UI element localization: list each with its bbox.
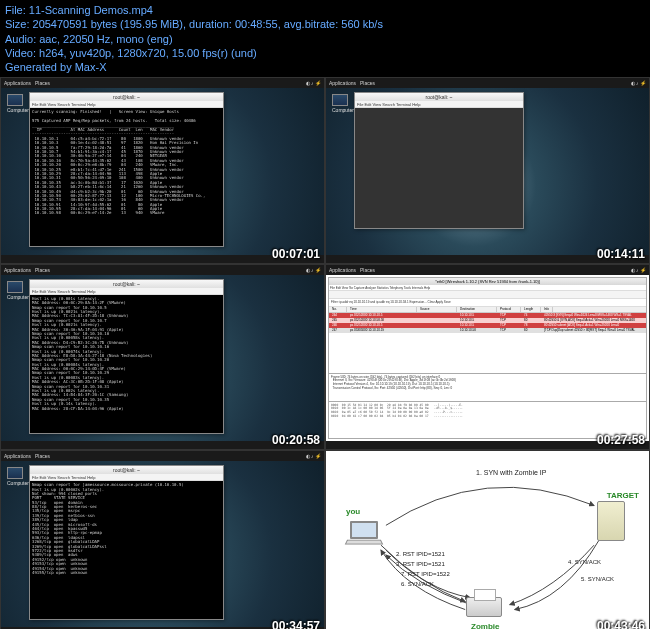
audio-line: Audio: aac, 22050 Hz, mono (eng)	[5, 32, 645, 46]
terminal-window[interactable]: root@kali: ~ File Edit View Search Termi…	[29, 279, 224, 434]
packet-details[interactable]: Frame 500: 74 bytes on wire (592 bits), …	[329, 373, 646, 401]
wireshark-title: *eth0 [Wireshark 1.10.2 (SVN Rev 51934 f…	[329, 278, 646, 285]
you-label: you	[346, 507, 360, 516]
zombie-label: Zombie	[471, 622, 499, 629]
timestamp: 00:27:58	[597, 433, 645, 447]
thumb-4: Applications Places ◐ ♪ ⚡ *eth0 [Wiresha…	[325, 264, 650, 450]
thumbnail-grid: Applications Places ◐ ♪ ⚡ Computer root@…	[0, 77, 650, 629]
tray-icon[interactable]: ◐ ♪ ⚡	[306, 267, 321, 273]
terminal-output: Host is up (0.001s latency). MAC Address…	[30, 295, 223, 433]
video-line: Video: h264, yuv420p, 1280x720, 15.00 fp…	[5, 46, 645, 60]
thumb-5: Applications Places ◐ ♪ ⚡ Computer root@…	[0, 450, 325, 629]
terminal-menu[interactable]: File Edit View Search Terminal Help	[30, 474, 223, 481]
wireshark-filter[interactable]: Filter: ip.addr eq 10.10.10.19 and ip.ad…	[329, 299, 646, 307]
terminal-menu[interactable]: File Edit View Search Terminal Help	[30, 101, 223, 108]
tray-icon[interactable]: ◐ ♪ ⚡	[631, 267, 646, 273]
desktop-computer-icon[interactable]: Computer	[7, 94, 25, 116]
you-node-icon	[346, 521, 382, 547]
timestamp: 00:43:46	[597, 619, 645, 629]
terminal-output: Currently scanning: Finished! | Screen V…	[30, 108, 223, 246]
apps-menu[interactable]: Applications	[329, 267, 356, 273]
step-5: 5. SYN/ACK	[581, 576, 614, 582]
terminal-title: root@kali: ~	[30, 93, 223, 101]
tray-icon[interactable]: ◐ ♪ ⚡	[306, 453, 321, 459]
step-1: 1. SYN with Zombie IP	[476, 469, 546, 476]
step-2: 2. RST IPID=1521	[396, 551, 445, 557]
gnome-topbar: Applications Places ◐ ♪ ⚡	[1, 451, 324, 461]
tray-icon[interactable]: ◐ ♪ ⚡	[631, 80, 646, 86]
terminal-output	[355, 108, 523, 228]
timestamp: 00:34:57	[272, 619, 320, 629]
media-info-header: File: 11-Scanning Demos.mp4 Size: 205470…	[0, 0, 650, 77]
target-node-icon	[597, 501, 625, 541]
terminal-menu[interactable]: File Edit View Search Terminal Help	[355, 101, 523, 108]
thumb-1: Applications Places ◐ ♪ ⚡ Computer root@…	[0, 77, 325, 263]
apps-menu[interactable]: Applications	[329, 80, 356, 86]
terminal-menu[interactable]: File Edit View Search Terminal Help	[30, 288, 223, 295]
places-menu[interactable]: Places	[360, 80, 375, 86]
terminal-window[interactable]: root@kali: ~ File Edit View Search Termi…	[29, 92, 224, 247]
terminal-window[interactable]: root@kali: ~ File Edit View Search Termi…	[354, 92, 524, 229]
terminal-window[interactable]: root@kali: ~ File Edit View Search Termi…	[29, 465, 224, 620]
idle-scan-diagram: you TARGET Zombie 1. SYN with Zombie IP …	[326, 451, 649, 629]
step-6: 6. SYN/ACK	[401, 581, 434, 587]
gnome-topbar: Applications Places ◐ ♪ ⚡	[326, 265, 649, 275]
thumb-6: you TARGET Zombie 1. SYN with Zombie IP …	[325, 450, 650, 629]
desktop-computer-icon[interactable]: Computer	[7, 281, 25, 303]
apps-menu[interactable]: Applications	[4, 453, 31, 459]
step-7: 7. RST IPID=1522	[401, 571, 450, 577]
gnome-topbar: Applications Places ◐ ♪ ⚡	[1, 78, 324, 88]
terminal-title: root@kali: ~	[30, 280, 223, 288]
timestamp: 00:07:01	[272, 247, 320, 261]
step-3: 3. RST IPID=1521	[396, 561, 445, 567]
zombie-node-icon	[466, 589, 502, 617]
desktop-computer-icon[interactable]: Computer	[7, 467, 25, 489]
apps-menu[interactable]: Applications	[4, 267, 31, 273]
target-label: TARGET	[607, 491, 639, 500]
size-line: Size: 205470591 bytes (195.95 MiB), dura…	[5, 17, 645, 31]
thumb-3: Applications Places ◐ ♪ ⚡ Computer root@…	[0, 264, 325, 450]
thumb-2: Applications Places ◐ ♪ ⚡ Computer root@…	[325, 77, 650, 263]
timestamp: 00:20:58	[272, 433, 320, 447]
wireshark-toolbar[interactable]	[329, 291, 646, 299]
places-menu[interactable]: Places	[35, 453, 50, 459]
tray-icon[interactable]: ◐ ♪ ⚡	[306, 80, 321, 86]
generated-line: Generated by Max-X	[5, 60, 645, 74]
gnome-topbar: Applications Places ◐ ♪ ⚡	[326, 78, 649, 88]
packet-row[interactable]: 247ps 05305000 10.10.10.1910.10.10.58TCP…	[329, 328, 646, 333]
places-menu[interactable]: Places	[35, 267, 50, 273]
step-4: 4. SYN/ACK	[568, 559, 601, 565]
desktop-computer-icon[interactable]: Computer	[332, 94, 350, 116]
places-menu[interactable]: Places	[35, 80, 50, 86]
terminal-output: Nmap scan report for jamessource.mcssour…	[30, 481, 223, 619]
terminal-title: root@kali: ~	[30, 466, 223, 474]
terminal-title: root@kali: ~	[355, 93, 523, 101]
packet-bytes[interactable]: 0000 00 15 5d 01 34 12 00 0c 29 e8 8b f9…	[329, 401, 646, 420]
packet-list[interactable]: 244ps 05252000 10.10.10.510.10.10.5TCP74…	[329, 313, 646, 333]
apps-menu[interactable]: Applications	[4, 80, 31, 86]
file-line: File: 11-Scanning Demos.mp4	[5, 3, 645, 17]
wireshark-window[interactable]: *eth0 [Wireshark 1.10.2 (SVN Rev 51934 f…	[328, 277, 647, 439]
timestamp: 00:14:11	[597, 247, 645, 261]
gnome-topbar: Applications Places ◐ ♪ ⚡	[1, 265, 324, 275]
places-menu[interactable]: Places	[360, 267, 375, 273]
